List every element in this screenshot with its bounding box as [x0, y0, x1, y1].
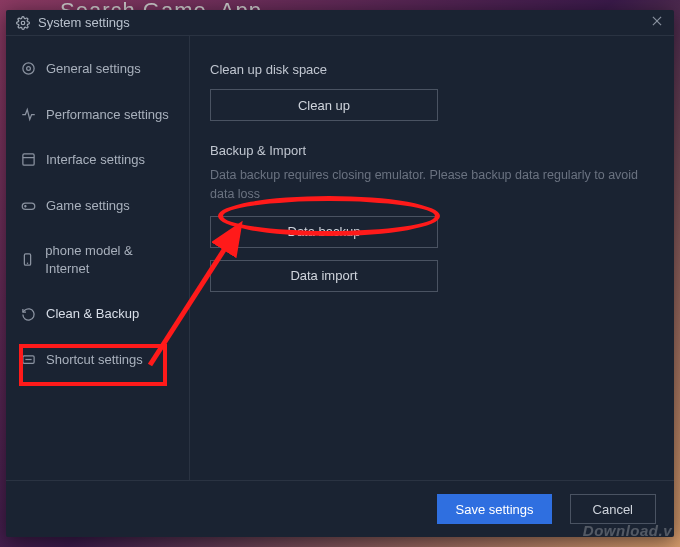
close-icon[interactable] [650, 14, 664, 31]
section-title-backup: Backup & Import [210, 143, 650, 158]
pulse-icon [20, 107, 36, 122]
sidebar-item-general[interactable]: General settings [6, 46, 189, 92]
sidebar: General settings Performance settings In… [6, 36, 190, 480]
sidebar-item-interface[interactable]: Interface settings [6, 137, 189, 183]
refresh-icon [20, 307, 36, 322]
sidebar-item-performance[interactable]: Performance settings [6, 92, 189, 138]
dialog-title: System settings [38, 15, 130, 30]
dialog-footer: Save settings Cancel [6, 481, 674, 537]
sidebar-item-clean-backup[interactable]: Clean & Backup [6, 291, 189, 337]
svg-point-4 [22, 63, 33, 74]
sidebar-item-label: Shortcut settings [46, 351, 143, 369]
sidebar-item-label: phone model & Internet [45, 242, 175, 277]
data-backup-button[interactable]: Data backup [210, 216, 438, 248]
svg-point-0 [21, 21, 25, 25]
watermark: Download.v [583, 522, 672, 539]
sidebar-item-label: Performance settings [46, 106, 169, 124]
cleanup-button[interactable]: Clean up [210, 89, 438, 121]
save-settings-button[interactable]: Save settings [437, 494, 551, 524]
sidebar-item-label: General settings [46, 60, 141, 78]
main-panel: Clean up disk space Clean up Backup & Im… [190, 36, 674, 480]
dialog-body: General settings Performance settings In… [6, 36, 674, 481]
sidebar-item-phone[interactable]: phone model & Internet [6, 228, 189, 291]
sidebar-item-label: Clean & Backup [46, 305, 139, 323]
sidebar-item-label: Interface settings [46, 151, 145, 169]
settings-dialog: System settings General settings Perform… [6, 10, 674, 537]
gear-icon [20, 61, 36, 76]
section-title-cleanup: Clean up disk space [210, 62, 650, 77]
phone-icon [20, 252, 35, 267]
keyboard-icon [20, 352, 36, 367]
sidebar-item-label: Game settings [46, 197, 130, 215]
sidebar-item-shortcut[interactable]: Shortcut settings [6, 337, 189, 383]
gamepad-icon [20, 198, 36, 213]
layout-icon [20, 152, 36, 167]
backup-description: Data backup requires closing emulator. P… [210, 166, 640, 204]
gear-icon [16, 16, 30, 30]
svg-point-3 [26, 67, 30, 71]
data-import-button[interactable]: Data import [210, 260, 438, 292]
titlebar: System settings [6, 10, 674, 36]
svg-rect-5 [22, 154, 33, 165]
cancel-button[interactable]: Cancel [570, 494, 656, 524]
sidebar-item-game[interactable]: Game settings [6, 183, 189, 229]
